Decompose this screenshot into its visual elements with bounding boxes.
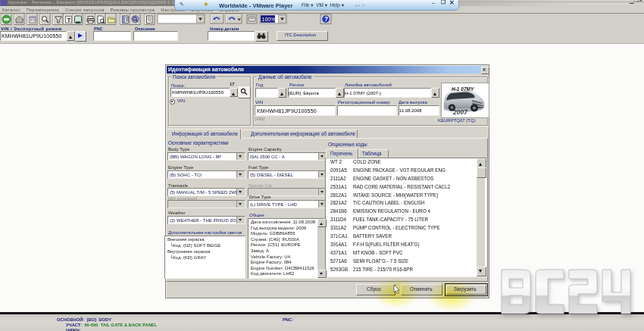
- svg-text:?: ?: [324, 15, 328, 23]
- svg-text:100%: 100%: [262, 17, 276, 22]
- svg-text:H-1 07MY: H-1 07MY: [452, 86, 474, 92]
- svg-text:T: T: [67, 17, 71, 23]
- svg-text:2007: 2007: [452, 108, 468, 116]
